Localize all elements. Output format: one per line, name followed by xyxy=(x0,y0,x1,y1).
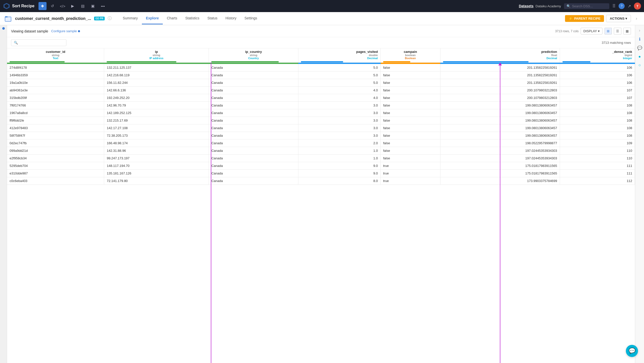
table-row[interactable]: 58f758f47f72.38.205.173Canada3.0false199… xyxy=(7,132,635,139)
cell-campain: false xyxy=(381,79,440,86)
col-name-customer_id: customer_id xyxy=(10,50,101,54)
col-header-pages_visited[interactable]: pages_visited double Decimal xyxy=(298,48,381,63)
table-row[interactable]: c0c6eba40372.141.179.80Canada8.0true173.… xyxy=(7,177,635,185)
table-row[interactable]: ab94361e3e142.66.6.136Canada4.0false200.… xyxy=(7,86,635,94)
configure-sample-link[interactable]: Configure sample xyxy=(51,29,80,33)
col-header-dense_rank[interactable]: _dense_rank bigint Integer xyxy=(560,48,635,63)
right-teal-icon[interactable]: ● xyxy=(638,54,641,59)
trend-icon[interactable]: ↗ xyxy=(628,4,631,9)
info-icon[interactable]: ⓘ xyxy=(108,16,112,21)
col-bar-customer_id xyxy=(10,61,65,62)
filter-search-input[interactable] xyxy=(19,41,64,45)
chat-icon: 💬 xyxy=(629,348,635,354)
table-header-row: customer_id string Text ip xyxy=(7,48,635,63)
table-row[interactable]: ff9f6dd1fe132.215.17.69Canada3.0false199… xyxy=(7,117,635,124)
chevron-down-icon: ▾ xyxy=(625,17,627,20)
right-comment-icon[interactable]: 💬 xyxy=(637,46,642,50)
tab-settings[interactable]: Settings xyxy=(240,13,261,24)
filter-input-wrapper[interactable]: 🔍 xyxy=(11,39,66,46)
col-name-dense_rank: _dense_rank xyxy=(562,50,632,54)
cell-campain: false xyxy=(381,117,440,124)
cell-pages_visited: 4.0 xyxy=(298,94,381,101)
tab-history[interactable]: History xyxy=(221,13,240,24)
cell-pages_visited: 3.0 xyxy=(298,117,381,124)
col-header-prediction[interactable]: prediction float Decimal xyxy=(440,48,560,63)
help-icon[interactable]: ? xyxy=(619,3,625,9)
right-panel: › ℹ 💬 ● ○ xyxy=(635,25,644,363)
avatar[interactable]: T xyxy=(634,3,641,10)
cell-ip: 135.181.167.126 xyxy=(104,169,209,177)
parent-recipe-button[interactable]: ⚡ PARENT RECIPE xyxy=(565,15,604,22)
refresh-icon[interactable]: ↺ xyxy=(49,2,57,10)
tab-charts[interactable]: Charts xyxy=(163,13,181,24)
cell-prediction: 175.01817983911565 xyxy=(440,162,560,169)
chart-view-button[interactable]: ▦ xyxy=(623,28,631,34)
cell-ip_country: Canada xyxy=(209,71,298,79)
tab-summary[interactable]: Summary xyxy=(119,13,142,24)
svg-rect-2 xyxy=(5,17,11,21)
col-header-ip_country[interactable]: ip_country string Country xyxy=(209,48,298,63)
deploy-icon[interactable]: ▤ xyxy=(79,2,87,10)
cell-dense_rank: 106 xyxy=(560,79,635,86)
collapse-icon[interactable]: › xyxy=(633,16,640,21)
active-indicator xyxy=(2,27,5,30)
cell-customer_id: 315bdb209f xyxy=(7,94,104,101)
table-row[interactable]: 5295deb704148.117.194.70Canada9.0true175… xyxy=(7,162,635,169)
table-row[interactable]: 19a1a0b10e156.11.82.244Canada5.0false201… xyxy=(7,79,635,86)
cell-ip: 148.117.194.70 xyxy=(104,162,209,169)
svg-rect-3 xyxy=(5,16,8,17)
run-icon[interactable]: ▶ xyxy=(69,2,77,10)
table-row[interactable]: 315bdb209f192.249.252.20Canada4.0false20… xyxy=(7,94,635,101)
col-type-pages_visited: double xyxy=(301,54,378,57)
datasets-link[interactable]: Datasets xyxy=(519,4,533,8)
more-icon[interactable]: ••• xyxy=(99,2,107,10)
table-row[interactable]: 099a9dd21d142.31.88.96Canada1.0false197.… xyxy=(7,147,635,154)
table-row[interactable]: 0d2ec747fb166.48.98.174Canada2.0false198… xyxy=(7,139,635,147)
gdpr-label: GD PR xyxy=(95,17,103,20)
table-row[interactable]: 274d8f4178132.211.125.137Canada5.0false2… xyxy=(7,64,635,71)
table-row[interactable]: 14946b3359142.216.68.119Canada5.0false20… xyxy=(7,71,635,79)
data-table-container[interactable]: customer_id string Text ip xyxy=(7,48,635,363)
cell-dense_rank: 106 xyxy=(560,64,635,71)
right-teal2-icon[interactable]: ○ xyxy=(638,63,641,67)
col-header-campain[interactable]: campain boolean Boolean xyxy=(381,48,440,63)
cell-prediction: 175.01817983911565 xyxy=(440,169,560,177)
table-row[interactable]: e310dde987135.181.167.126Canada9.0true17… xyxy=(7,169,635,177)
cell-campain: false xyxy=(381,154,440,162)
list-view-button[interactable]: ☰ xyxy=(614,28,621,34)
toolbar: Viewing dataset sample Configure sample … xyxy=(7,25,635,37)
cell-dense_rank: 107 xyxy=(560,86,635,94)
parent-recipe-label: PARENT RECIPE xyxy=(574,17,600,20)
tab-statistics[interactable]: Statistics xyxy=(181,13,203,24)
table-row[interactable]: 412e978483142.17.27.108Canada3.0false199… xyxy=(7,124,635,132)
right-collapse-icon[interactable]: › xyxy=(639,28,640,33)
col-header-customer_id[interactable]: customer_id string Text xyxy=(7,48,104,63)
search-box[interactable]: 🔍 xyxy=(564,3,609,9)
apps-icon[interactable]: ⠿ xyxy=(612,3,616,9)
code-icon[interactable]: </> xyxy=(59,2,67,10)
cell-ip_country: Canada xyxy=(209,154,298,162)
cell-dense_rank: 109 xyxy=(560,139,635,147)
search-input[interactable] xyxy=(572,4,607,8)
flow-icon[interactable] xyxy=(38,2,47,10)
col-bar-prediction xyxy=(443,61,529,62)
filter-search-icon: 🔍 xyxy=(14,41,18,45)
col-name-pages_visited: pages_visited xyxy=(301,50,378,54)
terminal-icon[interactable]: ▣ xyxy=(89,2,97,10)
content: Viewing dataset sample Configure sample … xyxy=(0,25,644,363)
cell-ip_country: Canada xyxy=(209,124,298,132)
col-header-ip[interactable]: ip string IP address xyxy=(104,48,209,63)
actions-button[interactable]: ACTIONS ▾ xyxy=(606,15,631,22)
cell-customer_id: e2f958cb34 xyxy=(7,154,104,162)
tab-explore[interactable]: Explore xyxy=(142,13,163,24)
table-row[interactable]: e2f958cb3499.247.173.197Canada1.0false19… xyxy=(7,154,635,162)
cell-customer_id: 1967a8a8cd xyxy=(7,109,104,117)
grid-view-button[interactable]: ⊞ xyxy=(605,28,612,34)
table-row[interactable]: 7f6f174766142.96.70.79Canada3.0false199.… xyxy=(7,101,635,109)
right-info-icon[interactable]: ℹ xyxy=(639,37,640,42)
table-row[interactable]: 1967a8a8cd142.189.252.125Canada3.0false1… xyxy=(7,109,635,117)
tab-status[interactable]: Status xyxy=(203,13,221,24)
chat-button[interactable]: 💬 xyxy=(626,345,638,357)
cell-dense_rank: 111 xyxy=(560,169,635,177)
display-button[interactable]: DISPLAY ▾ xyxy=(581,28,602,34)
